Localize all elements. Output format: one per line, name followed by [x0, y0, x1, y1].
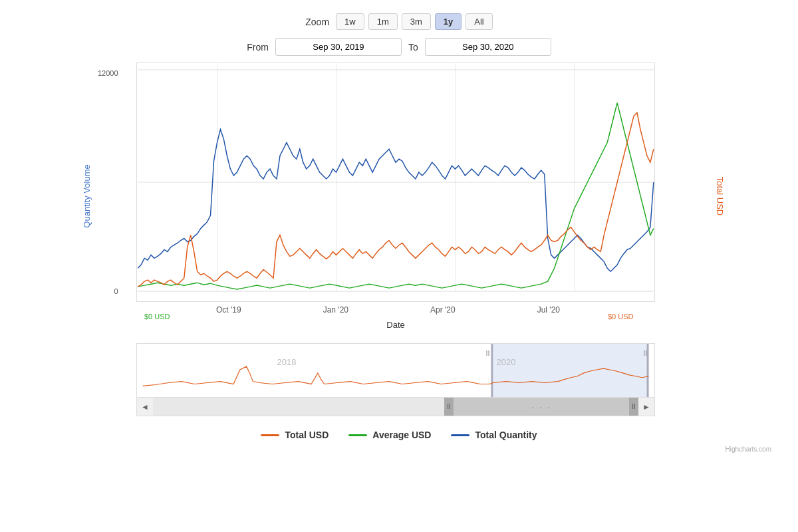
from-label: From: [247, 42, 269, 53]
x-label-oct19: Oct '19: [216, 305, 241, 315]
zoom-1y[interactable]: 1y: [435, 13, 462, 30]
y-tick-12000: 12000: [98, 69, 118, 77]
y-tick-0: 0: [114, 287, 118, 295]
legend-total-quantity-line: [451, 434, 469, 436]
total-usd-bottom: $0 USD: [608, 313, 654, 321]
x-axis-labels: Oct '19 Jan '20 Apr '20 Jul '20: [136, 302, 655, 318]
legend-average-usd: Average USD: [348, 430, 431, 440]
nav-year-2020: 2020: [497, 357, 516, 367]
zoom-1w[interactable]: 1w: [336, 13, 364, 30]
svg-text:II: II: [644, 349, 648, 357]
legend-total-usd: Total USD: [261, 430, 329, 440]
legend-total-usd-line: [261, 434, 279, 436]
nav-year-2018: 2018: [277, 357, 297, 367]
zoom-controls: Zoom 1w 1m 3m 1y All: [305, 13, 492, 30]
x-label-apr20: Apr '20: [430, 305, 456, 315]
date-range-row: From To: [247, 38, 551, 56]
legend-average-usd-label: Average USD: [372, 430, 431, 440]
to-label: To: [408, 42, 418, 53]
y-axis-left-ticks: 12000 0: [98, 63, 118, 302]
x-label-jan20: Jan '20: [323, 305, 348, 315]
svg-rect-8: [493, 344, 648, 397]
nav-scroll-left[interactable]: ◄: [137, 398, 153, 416]
main-chart: [136, 63, 655, 302]
nav-scroll-track: II · · · II: [153, 398, 638, 416]
y-axis-left-area: Quantity Volume: [82, 164, 92, 227]
y-axis-right-label: Total USD: [715, 177, 725, 216]
y-axis-right-area: Total USD: [715, 177, 725, 216]
navigator-wrapper: II II 2018 2020 ◄ II · · · II: [136, 330, 655, 416]
nav-year-labels: 2018 2020: [137, 357, 656, 367]
nav-handle-dots: · · ·: [531, 402, 551, 412]
nav-scroll-right[interactable]: ►: [638, 398, 654, 416]
zoom-1m[interactable]: 1m: [368, 13, 398, 30]
from-date-input[interactable]: [275, 38, 402, 56]
navigator-scrollbar[interactable]: ◄ II · · · II ►: [137, 397, 654, 416]
legend-total-quantity-label: Total Quantity: [475, 430, 537, 440]
nav-scroll-handle[interactable]: II · · · II: [444, 398, 638, 416]
svg-rect-9: [491, 344, 493, 397]
zoom-label: Zoom: [305, 17, 329, 27]
nav-handle-right[interactable]: II: [629, 398, 638, 416]
x-axis-title: Date: [136, 320, 655, 330]
svg-text:II: II: [486, 349, 490, 357]
legend-average-usd-line: [348, 434, 367, 436]
x-label-jul20: Jul '20: [537, 305, 560, 315]
legend-total-usd-label: Total USD: [285, 430, 329, 440]
usd-avg-bottom: $0 USD: [144, 313, 178, 321]
main-chart-wrapper: 12000 0 Quantity Volume Total USD $200 U…: [136, 63, 655, 330]
navigator-svg: II II: [137, 344, 654, 397]
highcharts-credit: Highcharts.com: [726, 446, 771, 453]
zoom-3m[interactable]: 3m: [402, 13, 431, 30]
main-chart-svg: [137, 63, 654, 301]
navigator[interactable]: II II 2018 2020 ◄ II · · · II: [136, 343, 655, 416]
y-axis-left-label: Quantity Volume: [82, 164, 92, 227]
chart-legend: Total USD Average USD Total Quantity: [261, 430, 537, 440]
zoom-all[interactable]: All: [466, 13, 492, 30]
nav-handle-left[interactable]: II: [444, 398, 454, 416]
legend-total-quantity: Total Quantity: [451, 430, 537, 440]
to-date-input[interactable]: [425, 38, 551, 56]
chart-and-axes: $200 USD $0 USD $300000 USD $0 USD: [136, 63, 655, 330]
